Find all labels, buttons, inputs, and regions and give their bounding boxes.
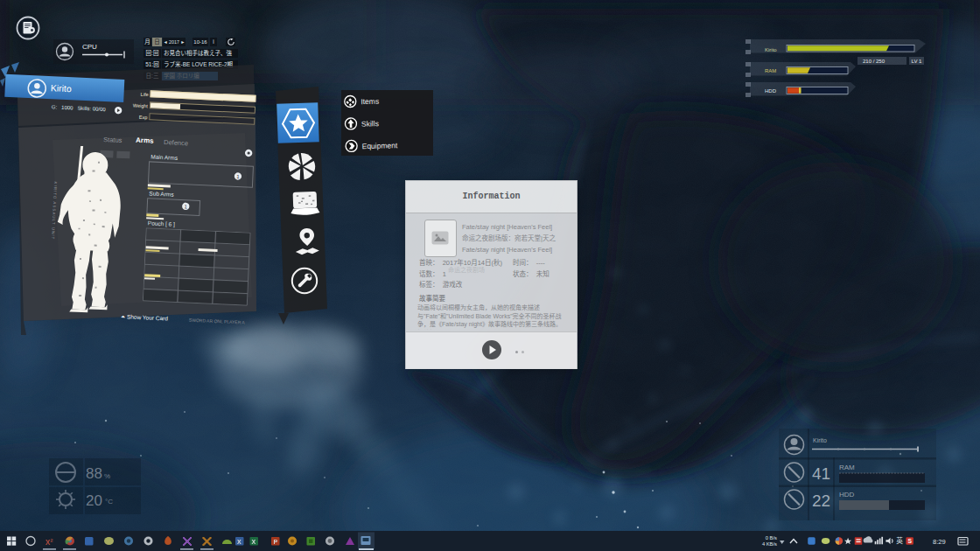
svg-text:LV 1: LV 1 <box>912 59 923 64</box>
svg-text:°C: °C <box>105 498 113 506</box>
svg-text:4 KB/s: 4 KB/s <box>762 541 777 547</box>
svg-text:HDD: HDD <box>839 491 855 499</box>
svg-text:%: % <box>104 472 110 480</box>
svg-text:Kirito: Kirito <box>813 437 827 443</box>
svg-text:210 / 250: 210 / 250 <box>863 59 886 64</box>
svg-text:英: 英 <box>896 536 903 545</box>
svg-text:0 B/s: 0 B/s <box>766 535 777 541</box>
svg-text:P: P <box>274 539 278 545</box>
svg-text:Equipment: Equipment <box>362 141 399 150</box>
svg-text:S: S <box>908 538 913 544</box>
svg-text:RAM: RAM <box>765 68 776 73</box>
svg-text:X: X <box>252 539 256 545</box>
svg-text:X: X <box>237 539 242 545</box>
svg-text:22: 22 <box>812 492 830 510</box>
svg-text:41: 41 <box>812 464 830 483</box>
svg-text:8:29: 8:29 <box>933 538 946 546</box>
svg-text:20: 20 <box>86 492 102 509</box>
svg-text:HDD: HDD <box>765 88 777 94</box>
svg-text:Skills: Skills <box>361 119 379 129</box>
svg-text:Items: Items <box>360 97 379 107</box>
svg-text:Kirito: Kirito <box>765 47 777 52</box>
svg-text:88: 88 <box>86 465 102 482</box>
svg-text:x²: x² <box>46 537 54 547</box>
svg-text:RAM: RAM <box>839 464 855 471</box>
